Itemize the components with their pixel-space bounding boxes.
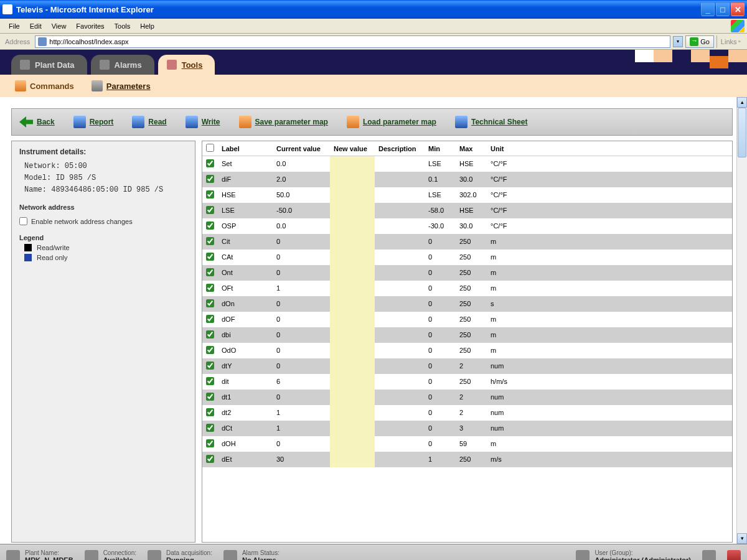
back-button[interactable]: Back [19, 116, 55, 128]
subnav-parameters[interactable]: Parameters [92, 80, 151, 91]
vertical-scrollbar[interactable]: ▴ ▾ [736, 97, 747, 544]
cell-new-value[interactable] [330, 296, 375, 312]
scroll-down-arrow-icon[interactable]: ▾ [737, 533, 747, 544]
menu-tools[interactable]: Tools [110, 21, 136, 31]
status-user: User (Group):Administrator (Administrato… [576, 549, 691, 560]
cell-unit: m [487, 234, 524, 250]
row-checkbox[interactable] [206, 330, 214, 338]
cell-new-value[interactable] [330, 343, 375, 358]
cell-new-value[interactable] [330, 374, 375, 390]
cell-new-value[interactable] [330, 281, 375, 296]
address-input[interactable]: http://localhost/Index.aspx [35, 35, 670, 48]
cell-max: 250 [456, 296, 487, 312]
cell-min: 0 [425, 327, 456, 343]
cell-new-value[interactable] [330, 218, 375, 234]
row-checkbox[interactable] [206, 315, 214, 323]
row-checkbox[interactable] [206, 455, 214, 463]
cell-new-value[interactable] [330, 452, 375, 467]
table-row: LSE-50.0-58.0HSE°C/°F [202, 203, 732, 218]
cell-new-value[interactable] [330, 203, 375, 218]
cell-new-value[interactable] [330, 265, 375, 281]
cell-min: 0 [425, 374, 456, 390]
tab-tools[interactable]: Tools [158, 55, 215, 75]
cell-new-value[interactable] [330, 312, 375, 327]
cell-new-value[interactable] [330, 405, 375, 421]
menu-view[interactable]: View [47, 21, 72, 31]
cell-new-value[interactable] [330, 172, 375, 187]
row-checkbox[interactable] [206, 346, 214, 354]
row-checkbox[interactable] [206, 362, 214, 370]
row-checkbox[interactable] [206, 424, 214, 432]
cell-max: HSE [456, 156, 487, 172]
maximize-button[interactable]: □ [716, 2, 730, 16]
table-row: CAt00250m [202, 250, 732, 265]
th-current: Current value [273, 141, 330, 156]
close-button[interactable]: ✕ [731, 2, 745, 16]
cell-label: LSE [218, 203, 273, 218]
row-checkbox[interactable] [206, 222, 214, 230]
row-checkbox[interactable] [206, 439, 214, 447]
write-button[interactable]: Write [186, 116, 220, 128]
row-checkbox[interactable] [206, 268, 214, 276]
row-checkbox[interactable] [206, 393, 214, 401]
go-button[interactable]: Go [685, 35, 714, 48]
cell-current: 2.0 [273, 172, 330, 187]
row-checkbox[interactable] [206, 408, 214, 416]
cell-desc [375, 187, 425, 203]
select-all-checkbox[interactable] [206, 144, 214, 152]
links-toolbar[interactable]: Links» [716, 35, 745, 48]
cell-new-value[interactable] [330, 187, 375, 203]
cell-new-value[interactable] [330, 436, 375, 452]
load-map-button[interactable]: Load parameter map [347, 116, 436, 128]
sheet-icon [455, 116, 467, 128]
menu-edit[interactable]: Edit [25, 21, 47, 31]
parameters-table: Label Current value New value Descriptio… [202, 141, 732, 467]
read-button[interactable]: Read [132, 116, 166, 128]
cell-unit: m [487, 265, 524, 281]
cell-current: 0 [273, 250, 330, 265]
cell-new-value[interactable] [330, 250, 375, 265]
minimize-button[interactable]: _ [701, 2, 715, 16]
status-connection: Connection:Available [85, 549, 136, 560]
cell-new-value[interactable] [330, 390, 375, 405]
menu-favorites[interactable]: Favorites [71, 21, 109, 31]
cell-new-value[interactable] [330, 234, 375, 250]
save-map-button[interactable]: Save parameter map [239, 116, 328, 128]
cell-new-value[interactable] [330, 327, 375, 343]
cell-min: 0 [425, 312, 456, 327]
read-icon [132, 116, 144, 128]
row-checkbox[interactable] [206, 253, 214, 261]
write-icon [186, 116, 198, 128]
enable-network-changes-checkbox[interactable]: Enable network address changes [19, 217, 187, 225]
row-checkbox[interactable] [206, 190, 214, 198]
scroll-up-arrow-icon[interactable]: ▴ [737, 97, 747, 108]
row-checkbox[interactable] [206, 237, 214, 245]
cell-current: 0 [273, 296, 330, 312]
report-button[interactable]: Report [73, 116, 114, 128]
cell-new-value[interactable] [330, 156, 375, 172]
row-checkbox[interactable] [206, 175, 214, 183]
table-row: dt2102num [202, 405, 732, 421]
tab-plant-data[interactable]: Plant Data [11, 55, 87, 75]
row-checkbox[interactable] [206, 284, 214, 292]
row-checkbox[interactable] [206, 159, 214, 167]
logout-button[interactable] [727, 550, 741, 561]
cell-new-value[interactable] [330, 358, 375, 374]
technical-sheet-button[interactable]: Technical Sheet [455, 116, 527, 128]
subnav-commands[interactable]: Commands [15, 80, 74, 91]
address-dropdown[interactable]: ▾ [673, 36, 683, 47]
th-min: Min [425, 141, 456, 156]
cell-desc [375, 452, 425, 467]
menu-file[interactable]: File [4, 21, 25, 31]
scrollbar-thumb[interactable] [738, 108, 746, 157]
tab-alarms[interactable]: Alarms [91, 55, 154, 75]
row-checkbox[interactable] [206, 206, 214, 214]
cell-new-value[interactable] [330, 421, 375, 436]
cell-unit: m [487, 327, 524, 343]
row-checkbox[interactable] [206, 299, 214, 307]
home-button[interactable] [702, 550, 716, 561]
cell-min: 0 [425, 405, 456, 421]
row-checkbox[interactable] [206, 377, 214, 385]
menu-help[interactable]: Help [135, 21, 159, 31]
cell-label: OFt [218, 281, 273, 296]
